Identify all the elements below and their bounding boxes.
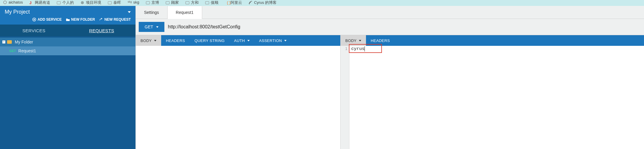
main-area: Settings Request1 GET http://localhost:8… bbox=[135, 6, 644, 149]
collapse-icon[interactable]: − bbox=[2, 41, 5, 43]
response-panel-tabs: BODY HEADERS bbox=[341, 35, 644, 46]
folder-icon bbox=[7, 40, 12, 44]
tab-requests[interactable]: REQUESTS bbox=[68, 25, 136, 36]
aliyun-icon: 〔〕 bbox=[225, 1, 229, 5]
new-request-button[interactable]: NEW REQUEST bbox=[99, 17, 131, 22]
svg-point-0 bbox=[4, 1, 6, 4]
sidebar: My Project ADD SERVICE NEW FOLDER NEW RE… bbox=[0, 6, 135, 149]
bookmark-label: aichatos bbox=[9, 0, 23, 4]
svg-rect-7 bbox=[186, 1, 189, 4]
panels: BODY HEADERS QUERY STRING AUTH ASSERTI bbox=[136, 35, 644, 149]
folder-icon bbox=[205, 1, 209, 5]
project-toolbar: ADD SERVICE NEW FOLDER NEW REQUEST bbox=[5, 15, 131, 23]
bookmark-label: 泰晖 bbox=[113, 0, 121, 5]
gear-icon bbox=[80, 1, 84, 5]
method-badge: GET bbox=[9, 49, 16, 53]
new-request-label: NEW REQUEST bbox=[104, 17, 131, 22]
app-container: My Project ADD SERVICE NEW FOLDER NEW RE… bbox=[0, 6, 644, 149]
sidebar-tabs: SERVICES REQUESTS bbox=[0, 25, 135, 36]
bookmark-label: 项目环境 bbox=[86, 0, 101, 5]
bookmark-item[interactable]: 方和 bbox=[185, 0, 199, 5]
tab-label: HEADERS bbox=[166, 38, 185, 43]
req-tab-auth[interactable]: AUTH bbox=[229, 35, 254, 46]
folder-icon bbox=[146, 1, 150, 5]
rss-icon bbox=[249, 1, 253, 5]
tab-services[interactable]: SERVICES bbox=[0, 25, 68, 36]
folder-icon bbox=[57, 1, 61, 5]
request-panel: BODY HEADERS QUERY STRING AUTH ASSERTI bbox=[136, 35, 341, 149]
project-selector[interactable]: My Project bbox=[5, 9, 131, 15]
response-body-viewer[interactable]: 1 cyrus bbox=[341, 46, 644, 149]
browser-bookmark-bar: aichatos J 网易有道 个人的 项目环境 泰晖 skg skg 京博 顾… bbox=[0, 0, 644, 6]
chevron-down-icon bbox=[359, 40, 361, 41]
bookmark-label: 网易有道 bbox=[35, 0, 50, 5]
req-tab-query-string[interactable]: QUERY STRING bbox=[190, 35, 229, 46]
bookmark-label: skg bbox=[133, 0, 139, 4]
bookmark-item[interactable]: 〔〕 阿里云 bbox=[225, 0, 242, 5]
request-label: Request1 bbox=[18, 48, 36, 53]
bookmark-label: 阿里云 bbox=[231, 0, 242, 5]
http-method-label: GET bbox=[145, 25, 153, 29]
bookmark-item[interactable]: 京博 bbox=[146, 0, 159, 5]
new-folder-button[interactable]: NEW FOLDER bbox=[66, 17, 95, 22]
new-folder-label: NEW FOLDER bbox=[71, 17, 95, 22]
tab-settings[interactable]: Settings bbox=[136, 6, 168, 19]
chevron-down-icon bbox=[156, 26, 158, 28]
bookmark-label: Cyrus 的博客 bbox=[254, 0, 277, 5]
line-number-gutter: 1 bbox=[341, 46, 349, 149]
bookmark-item[interactable]: 个人的 bbox=[57, 0, 74, 5]
request-url[interactable]: http://localhost:8002/testGetConfig bbox=[168, 24, 240, 30]
folder-icon bbox=[108, 1, 112, 5]
bookmark-item[interactable]: J 网易有道 bbox=[29, 0, 50, 5]
tab-request1[interactable]: Request1 bbox=[168, 6, 202, 19]
project-title: My Project bbox=[5, 9, 30, 15]
svg-rect-1 bbox=[57, 1, 61, 4]
bookmark-label: 方和 bbox=[191, 0, 199, 5]
bookmark-label: 京博 bbox=[151, 0, 159, 5]
grid-icon bbox=[3, 0, 7, 4]
svg-rect-8 bbox=[205, 1, 209, 4]
svg-rect-5 bbox=[146, 1, 150, 4]
svg-rect-4 bbox=[108, 1, 112, 4]
netease-icon: J bbox=[29, 1, 33, 5]
request-tree: − My Folder GET Request1 bbox=[0, 36, 135, 149]
tab-label: ASSERTION bbox=[259, 38, 282, 43]
main-tabs: Settings Request1 bbox=[136, 6, 644, 19]
bookmark-item[interactable]: Cyrus 的博客 bbox=[249, 0, 277, 5]
tree-folder-row[interactable]: − My Folder bbox=[0, 38, 135, 46]
chevron-down-icon bbox=[128, 11, 131, 13]
project-header: My Project ADD SERVICE NEW FOLDER NEW RE… bbox=[0, 6, 135, 25]
chevron-down-icon bbox=[247, 40, 250, 41]
req-tab-assertion[interactable]: ASSERTION bbox=[254, 35, 292, 46]
svg-point-9 bbox=[249, 4, 249, 4]
tab-label: HEADERS bbox=[371, 38, 390, 43]
bookmark-label: 值顺 bbox=[211, 0, 218, 5]
bookmark-label: 个人的 bbox=[62, 0, 74, 5]
http-method-selector[interactable]: GET bbox=[139, 22, 164, 32]
add-service-button[interactable]: ADD SERVICE bbox=[32, 17, 62, 22]
arrow-icon bbox=[99, 17, 103, 22]
tab-label: BODY bbox=[140, 38, 152, 43]
bookmark-item[interactable]: aichatos bbox=[3, 0, 23, 4]
req-tab-headers[interactable]: HEADERS bbox=[161, 35, 190, 46]
bookmark-item[interactable]: 泰晖 bbox=[108, 0, 121, 5]
req-tab-body[interactable]: BODY bbox=[136, 35, 161, 46]
folder-icon bbox=[166, 1, 170, 5]
chevron-down-icon bbox=[154, 40, 156, 41]
tree-request-row[interactable]: GET Request1 bbox=[0, 46, 135, 55]
tab-label: BODY bbox=[345, 38, 357, 43]
bookmark-item[interactable]: skg skg bbox=[128, 0, 139, 4]
folder-icon bbox=[66, 17, 70, 22]
bookmark-item[interactable]: 项目环境 bbox=[80, 0, 101, 5]
bookmark-item[interactable]: 值顺 bbox=[205, 0, 218, 5]
request-body-editor[interactable] bbox=[136, 46, 340, 149]
svg-point-3 bbox=[82, 2, 83, 3]
request-panel-tabs: BODY HEADERS QUERY STRING AUTH ASSERTI bbox=[136, 35, 340, 46]
line-number: 1 bbox=[341, 46, 347, 51]
request-bar: GET http://localhost:8002/testGetConfig bbox=[136, 19, 644, 35]
tab-label: QUERY STRING bbox=[194, 38, 225, 43]
chevron-down-icon bbox=[284, 40, 287, 41]
response-text-area: cyrus bbox=[349, 46, 644, 149]
bookmark-label: 顾家 bbox=[171, 0, 179, 5]
bookmark-item[interactable]: 顾家 bbox=[166, 0, 179, 5]
